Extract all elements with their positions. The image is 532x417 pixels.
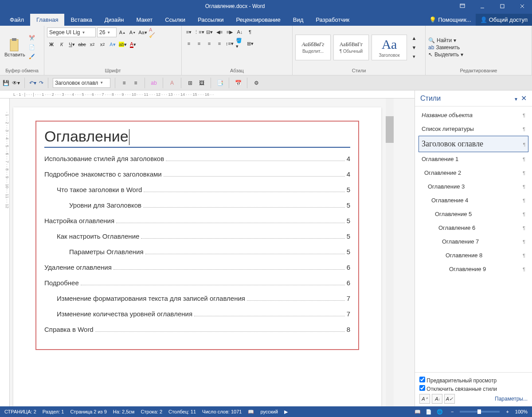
sort-icon[interactable]: A↓: [235, 28, 244, 36]
qat-highlight-icon[interactable]: ab: [149, 79, 158, 87]
styles-pane-close-icon[interactable]: ✕: [521, 94, 527, 102]
styles-pane-dropdown-icon[interactable]: ▼: [514, 97, 518, 102]
view-web-icon[interactable]: 🌐: [435, 409, 445, 415]
status-page[interactable]: СТРАНИЦА: 2: [4, 409, 36, 414]
style-list-item[interactable]: Оглавление 7¶: [419, 235, 528, 248]
qat-align-left-icon[interactable]: ≡: [120, 79, 129, 87]
font-size-combo[interactable]: 26▼: [97, 28, 117, 37]
toc-entry[interactable]: Параметры Оглавления5: [44, 248, 350, 256]
style-list-item[interactable]: Оглавление 4¶: [419, 193, 528, 207]
italic-button[interactable]: К: [57, 40, 66, 49]
qat-clear-format-icon[interactable]: A: [168, 79, 176, 87]
style-list-item[interactable]: Оглавление 3¶: [419, 180, 528, 193]
number-list-icon[interactable]: ⋮≡▾: [195, 28, 203, 36]
qat-options-icon[interactable]: ⚙: [252, 79, 261, 87]
status-macro-icon[interactable]: ▶: [284, 409, 288, 415]
tab-design[interactable]: Дизайн: [98, 14, 130, 26]
toc-entry[interactable]: Как настроить Оглавление5: [44, 232, 350, 240]
grow-font-icon[interactable]: A▲: [118, 28, 127, 37]
bold-button[interactable]: Ж: [47, 40, 56, 49]
disable-linked-checkbox[interactable]: Отключить связанные стили: [419, 385, 528, 392]
style-list-item[interactable]: Оглавление 9¶: [419, 262, 528, 276]
style-gallery-3[interactable]: АаЗаголовок: [372, 35, 407, 60]
save-icon[interactable]: 💾: [3, 80, 9, 86]
select-button[interactable]: ↖ Выделить ▾: [428, 51, 463, 58]
style-list-item[interactable]: Оглавление 6¶: [419, 221, 528, 235]
status-lang[interactable]: русский: [260, 409, 278, 414]
view-read-icon[interactable]: 📖: [413, 409, 422, 415]
bullet-list-icon[interactable]: ≡▾: [184, 28, 193, 36]
toc-entry[interactable]: Удаление оглавления6: [44, 264, 350, 271]
status-words[interactable]: Число слов: 1071: [202, 409, 242, 414]
qat-image-icon[interactable]: 🖼: [197, 79, 206, 87]
align-center-icon[interactable]: ≡: [195, 39, 203, 48]
borders-icon[interactable]: ⊞▾: [246, 39, 254, 48]
paste-button[interactable]: Вставить: [3, 32, 27, 63]
redo-icon[interactable]: ↷: [39, 80, 43, 86]
tab-developer[interactable]: Разработчик: [309, 14, 356, 26]
font-color-icon[interactable]: A▾: [129, 40, 137, 49]
strikethrough-icon[interactable]: abc: [78, 40, 86, 49]
document-page[interactable]: Оглавление Использование стилей для заго…: [13, 107, 381, 406]
toc-entry[interactable]: Уровни для Заголовков5: [44, 201, 350, 209]
status-spellcheck-icon[interactable]: 📖: [248, 409, 254, 415]
superscript-icon[interactable]: x2: [98, 40, 107, 49]
tab-view[interactable]: Вид: [287, 14, 310, 26]
multilevel-list-icon[interactable]: ⊟▾: [205, 28, 214, 36]
qat-date-icon[interactable]: 📅: [234, 79, 243, 87]
zoom-in-icon[interactable]: +: [506, 409, 509, 414]
status-at[interactable]: На: 2,5см: [113, 409, 135, 414]
line-spacing-icon[interactable]: ↕≡▾: [225, 39, 234, 48]
toc-entry[interactable]: Изменение количества уровней оглавления7: [44, 310, 350, 318]
style-list-item[interactable]: Заголовок оглавле¶: [419, 136, 528, 152]
align-right-icon[interactable]: ≡: [205, 39, 214, 48]
status-col[interactable]: Столбец: 11: [168, 409, 196, 414]
style-list-item[interactable]: Оглавление 2¶: [419, 166, 528, 180]
qat-align-center-icon[interactable]: ≡: [131, 79, 140, 87]
clear-format-icon[interactable]: A🧹: [149, 28, 157, 37]
toc-entry[interactable]: Подробное знакомство с заголовками4: [44, 170, 350, 178]
share-button[interactable]: 👤 Общий доступ: [476, 14, 532, 26]
toc-title[interactable]: Оглавление: [44, 128, 350, 148]
tab-insert[interactable]: Вставка: [64, 14, 98, 26]
highlight-icon[interactable]: ab▾: [118, 40, 127, 49]
tab-mailings[interactable]: Рассылки: [192, 14, 230, 26]
toc-entry[interactable]: Справка в Word8: [44, 326, 350, 333]
style-list-item[interactable]: Название объекта¶: [419, 108, 528, 122]
toc-entry[interactable]: Использование стилей для заголовков4: [44, 155, 350, 162]
zoom-out-icon[interactable]: −: [451, 409, 454, 414]
tab-review[interactable]: Рецензирование: [230, 14, 286, 26]
close-icon[interactable]: [512, 0, 532, 12]
style-list-item[interactable]: Оглавление 5¶: [419, 207, 528, 221]
qat-dropdown-icon[interactable]: 👁▾: [12, 80, 20, 86]
style-list-item[interactable]: Список литературы¶: [419, 122, 528, 136]
find-button[interactable]: 🔍 Найти ▾: [428, 37, 463, 43]
copy-icon[interactable]: 📄: [29, 44, 35, 50]
font-name-combo[interactable]: Segoe UI Lig▼: [47, 28, 96, 37]
tab-file[interactable]: Файл: [4, 14, 30, 26]
format-painter-icon[interactable]: 🖌️: [29, 54, 35, 59]
toc-entry[interactable]: Подробнее6: [44, 279, 350, 287]
style-inspector-icon[interactable]: Aᵢ: [432, 394, 442, 404]
styles-scroll-down-icon[interactable]: ▼: [410, 43, 419, 52]
zoom-slider[interactable]: [460, 411, 500, 413]
shading-icon[interactable]: 🪣▾: [235, 39, 244, 48]
styles-more-icon[interactable]: ▾: [410, 52, 419, 61]
subscript-icon[interactable]: x2: [88, 40, 97, 49]
style-combo[interactable]: Заголовок оглавл▼: [53, 78, 110, 88]
toc-entry[interactable]: Изменение форматирования текста для запи…: [44, 295, 350, 302]
styles-scroll-up-icon[interactable]: ▲: [410, 34, 419, 43]
tab-references[interactable]: Ссылки: [159, 14, 192, 26]
tell-me[interactable]: 💡 Помощник...: [425, 14, 475, 26]
view-print-icon[interactable]: 📄: [424, 409, 434, 415]
preview-checkbox[interactable]: Предварительный просмотр: [419, 377, 528, 384]
tab-layout[interactable]: Макет: [130, 14, 159, 26]
align-left-icon[interactable]: ≡: [184, 39, 193, 48]
maximize-icon[interactable]: [492, 0, 512, 12]
decrease-indent-icon[interactable]: ◀≡: [215, 28, 224, 36]
shrink-font-icon[interactable]: A▼: [128, 28, 137, 37]
style-list-item[interactable]: Оглавление 8¶: [419, 248, 528, 262]
tab-home[interactable]: Главная: [30, 14, 64, 26]
underline-button[interactable]: Ч▾: [67, 40, 76, 49]
style-gallery-2[interactable]: АаБбВвГг¶ Обычный: [333, 35, 369, 60]
